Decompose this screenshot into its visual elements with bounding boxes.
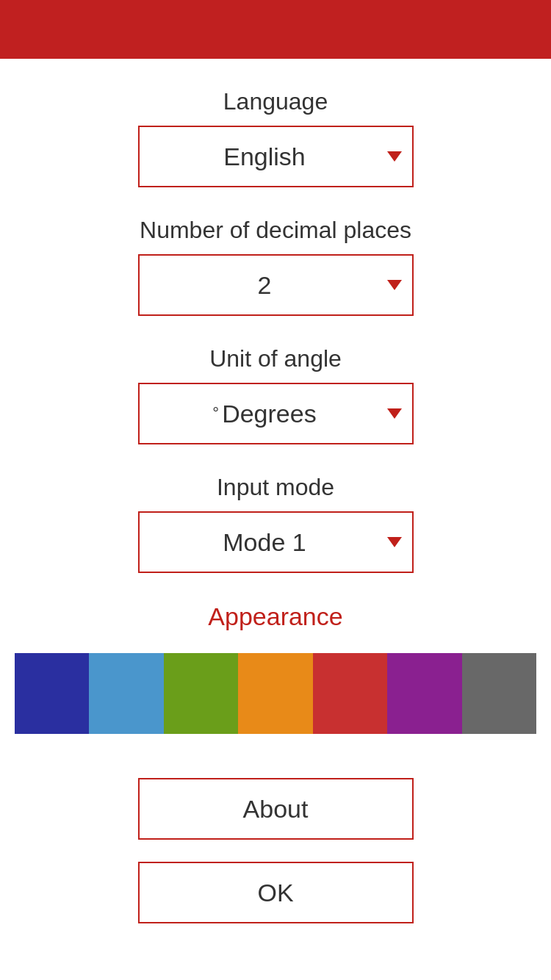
- degree-symbol: °: [212, 404, 219, 423]
- color-swatch-orange[interactable]: [238, 653, 312, 734]
- appearance-section: Appearance: [15, 602, 536, 734]
- input-mode-label: Input mode: [217, 474, 334, 501]
- buttons-section: About OK: [15, 778, 536, 923]
- language-field-group: Language English: [15, 88, 536, 187]
- color-swatch-light-blue[interactable]: [89, 653, 163, 734]
- input-mode-value: Mode 1: [223, 528, 306, 557]
- unit-of-angle-value: Degrees: [222, 400, 317, 428]
- ok-button[interactable]: OK: [138, 862, 414, 923]
- header-bar: [0, 0, 551, 59]
- language-label: Language: [223, 88, 328, 115]
- about-button[interactable]: About: [138, 778, 414, 840]
- color-swatch-purple[interactable]: [387, 653, 461, 734]
- settings-content: Language English Number of decimal place…: [0, 59, 551, 953]
- unit-of-angle-label: Unit of angle: [209, 345, 342, 372]
- decimal-places-select[interactable]: 2: [138, 254, 414, 316]
- unit-of-angle-field-group: Unit of angle ° Degrees: [15, 345, 536, 444]
- color-swatch-blue[interactable]: [15, 653, 89, 734]
- decimal-places-value: 2: [258, 271, 272, 300]
- language-value: English: [223, 143, 306, 171]
- language-select[interactable]: English: [138, 126, 414, 187]
- input-mode-field-group: Input mode Mode 1: [15, 474, 536, 573]
- chevron-down-icon: [387, 280, 402, 290]
- unit-of-angle-select[interactable]: ° Degrees: [138, 383, 414, 444]
- appearance-label: Appearance: [208, 602, 342, 631]
- color-swatches: [15, 653, 536, 734]
- input-mode-select-display[interactable]: Mode 1: [140, 513, 412, 572]
- unit-of-angle-select-display[interactable]: ° Degrees: [140, 384, 412, 443]
- chevron-down-icon: [387, 408, 402, 419]
- color-swatch-red[interactable]: [313, 653, 387, 734]
- decimal-places-field-group: Number of decimal places 2: [15, 217, 536, 316]
- language-select-display[interactable]: English: [140, 127, 412, 186]
- decimal-places-label: Number of decimal places: [140, 217, 411, 244]
- chevron-down-icon: [387, 537, 402, 547]
- color-swatch-gray[interactable]: [462, 653, 536, 734]
- color-swatch-green[interactable]: [164, 653, 238, 734]
- input-mode-select[interactable]: Mode 1: [138, 511, 414, 573]
- chevron-down-icon: [387, 151, 402, 162]
- decimal-places-select-display[interactable]: 2: [140, 256, 412, 314]
